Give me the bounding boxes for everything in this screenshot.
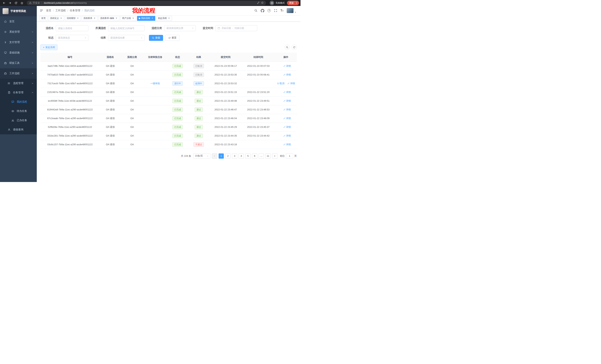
cancel-link[interactable]: 取消 bbox=[277, 82, 285, 85]
page-button[interactable]: 11 bbox=[265, 153, 270, 159]
hamburger-icon[interactable] bbox=[37, 6, 46, 15]
top-navbar: 首页 / 工作流程 / 任务管理 / 我的流程 我的流程 ? bbox=[37, 6, 300, 15]
page-button[interactable]: 3 bbox=[232, 153, 237, 159]
avatar[interactable] bbox=[287, 8, 294, 13]
process-name-input[interactable] bbox=[56, 25, 88, 31]
detail-link[interactable]: 详情 bbox=[287, 82, 295, 85]
page-button[interactable]: 5 bbox=[245, 153, 250, 159]
key-icon[interactable] bbox=[257, 1, 260, 5]
page-button[interactable]: 1 bbox=[219, 153, 224, 159]
font-size-icon[interactable]: TT bbox=[280, 9, 283, 12]
cell-id: 67c2eaab-7b9a-11ec-a290-acde48001122 bbox=[40, 114, 99, 123]
cell-id: 819442e8-7b9a-11ec-a290-acde48001122 bbox=[40, 105, 99, 114]
search-button[interactable]: 搜索 bbox=[149, 35, 163, 41]
sidebar-item-infra[interactable]: 基础设施 bbox=[0, 48, 37, 58]
detail-link[interactable]: 详情 bbox=[283, 143, 291, 146]
tab[interactable]: 发起流程 × bbox=[156, 16, 172, 21]
user-menu[interactable] bbox=[287, 8, 296, 13]
github-icon[interactable] bbox=[261, 9, 264, 12]
address-bar[interactable]: 不安全 | dashboard.yudao.iocoder.cn/bpm/tas… bbox=[27, 1, 266, 5]
sidebar-item-done-tasks[interactable]: 已办任务 bbox=[0, 116, 37, 125]
sidebar-item-home[interactable]: 首页 bbox=[0, 16, 37, 27]
current-task-link[interactable]: 一级审批 bbox=[150, 82, 160, 85]
tab-close-icon[interactable]: × bbox=[115, 17, 118, 20]
chevron-left-icon bbox=[213, 155, 216, 157]
page-size-select[interactable]: 10条/页 bbox=[193, 153, 210, 159]
tab[interactable]: 流程模型 × bbox=[65, 16, 81, 21]
sidebar-item-my-process[interactable]: 我的流程 bbox=[0, 97, 37, 106]
browser-forward-icon[interactable] bbox=[7, 0, 13, 5]
toggle-search-button[interactable] bbox=[285, 45, 290, 50]
next-page-button[interactable] bbox=[272, 153, 277, 159]
sidebar-item-devtools[interactable]: 研发工具 bbox=[0, 58, 37, 68]
date-start-placeholder[interactable]: 开始日期 bbox=[221, 27, 231, 30]
sidebar-item-todo-tasks[interactable]: 待办任务 bbox=[0, 106, 37, 116]
detail-link[interactable]: 详情 bbox=[283, 108, 291, 111]
edit-icon bbox=[283, 117, 285, 119]
cell-end-time: 2022-01-22 23:51:20 bbox=[242, 88, 275, 96]
cell-process-name: OA 请假 bbox=[99, 79, 121, 88]
cell-category: OA bbox=[121, 123, 143, 131]
browser-update-button[interactable]: 更新 bbox=[287, 1, 299, 5]
status-select[interactable]: 请选择状态 bbox=[56, 35, 88, 41]
detail-link[interactable]: 详情 bbox=[283, 73, 291, 77]
tab-close-icon[interactable]: × bbox=[77, 17, 79, 20]
cell-category: OA bbox=[121, 114, 143, 123]
goto-page-input[interactable] bbox=[286, 153, 293, 159]
search-icon[interactable] bbox=[254, 9, 258, 12]
sidebar-item-process-mgmt[interactable]: 流程管理 bbox=[0, 79, 37, 88]
breadcrumb-home[interactable]: 首页 bbox=[46, 9, 51, 12]
create-process-button[interactable]: + 发起流程 bbox=[40, 45, 57, 50]
filter-category-label: 流程分类 bbox=[149, 27, 162, 30]
tab-close-icon[interactable]: × bbox=[132, 17, 134, 20]
sidebar-item-payment[interactable]: 支付管理 bbox=[0, 37, 37, 48]
sidebar-item-leave-query[interactable]: 请假查询 bbox=[0, 125, 37, 134]
fullscreen-icon[interactable] bbox=[274, 9, 277, 12]
tab[interactable]: 流程表单 × bbox=[82, 16, 98, 21]
column-header: 流程分类 bbox=[121, 53, 143, 62]
process-definition-input[interactable] bbox=[108, 25, 144, 31]
incognito-label: 无痕模式 bbox=[275, 1, 285, 5]
tab-close-icon[interactable]: × bbox=[151, 17, 154, 20]
incognito-badge: 无痕模式 bbox=[270, 1, 285, 5]
detail-link[interactable]: 详情 bbox=[283, 117, 291, 120]
breadcrumb-workflow[interactable]: 工作流程 bbox=[55, 9, 66, 12]
browser-menu-icon[interactable] bbox=[295, 2, 298, 4]
tab-close-icon[interactable]: × bbox=[60, 17, 62, 20]
help-icon[interactable]: ? bbox=[267, 9, 271, 12]
prev-page-button[interactable] bbox=[212, 153, 217, 159]
tab-close-icon[interactable]: × bbox=[93, 17, 96, 20]
date-end-placeholder[interactable]: 结束日期 bbox=[235, 27, 244, 30]
reset-button[interactable]: 重置 bbox=[165, 35, 180, 41]
tab-close-icon[interactable]: × bbox=[168, 17, 170, 20]
person-icon bbox=[7, 128, 11, 131]
detail-link[interactable]: 详情 bbox=[283, 99, 291, 103]
browser-back-icon[interactable] bbox=[1, 0, 7, 5]
tab[interactable]: 我的流程 × bbox=[137, 16, 155, 21]
detail-link[interactable]: 详情 bbox=[283, 64, 291, 68]
category-select[interactable]: 请选择流程分类 bbox=[164, 25, 196, 31]
breadcrumb-task-mgmt[interactable]: 任务管理 bbox=[70, 9, 80, 12]
refresh-table-button[interactable] bbox=[291, 45, 297, 50]
page-button[interactable]: 6 bbox=[252, 153, 257, 159]
table-row: 331bc281-7b9a-11ec-a290-acde48001122 OA … bbox=[40, 131, 297, 140]
date-range-picker[interactable]: 开始日期 - 结束日期 bbox=[215, 25, 257, 31]
sidebar-item-workflow[interactable]: 工作流程 bbox=[0, 68, 37, 79]
tab[interactable]: 流程定义 × bbox=[48, 16, 64, 21]
tab[interactable]: 首页 × bbox=[40, 16, 47, 21]
detail-link[interactable]: 详情 bbox=[283, 125, 291, 129]
sidebar-item-task-mgmt[interactable]: 任务管理 bbox=[0, 88, 37, 97]
bookmark-star-icon[interactable] bbox=[261, 1, 264, 5]
detail-link[interactable]: 详情 bbox=[283, 134, 291, 137]
browser-reload-icon[interactable] bbox=[13, 0, 19, 5]
page-button[interactable]: 4 bbox=[239, 153, 244, 159]
sidebar-item-system[interactable]: 系统管理 bbox=[0, 27, 37, 37]
browser-home-icon[interactable] bbox=[19, 0, 25, 5]
search-icon bbox=[152, 37, 154, 39]
tab[interactable]: 用户分组 × bbox=[120, 16, 136, 21]
detail-link[interactable]: 详情 bbox=[283, 91, 291, 94]
result-select[interactable]: 请选择流结果 bbox=[108, 35, 144, 41]
page-button[interactable]: 2 bbox=[225, 153, 230, 159]
page-button[interactable]: ... bbox=[259, 153, 264, 159]
tab[interactable]: 流程表单-编辑 × bbox=[99, 16, 120, 21]
